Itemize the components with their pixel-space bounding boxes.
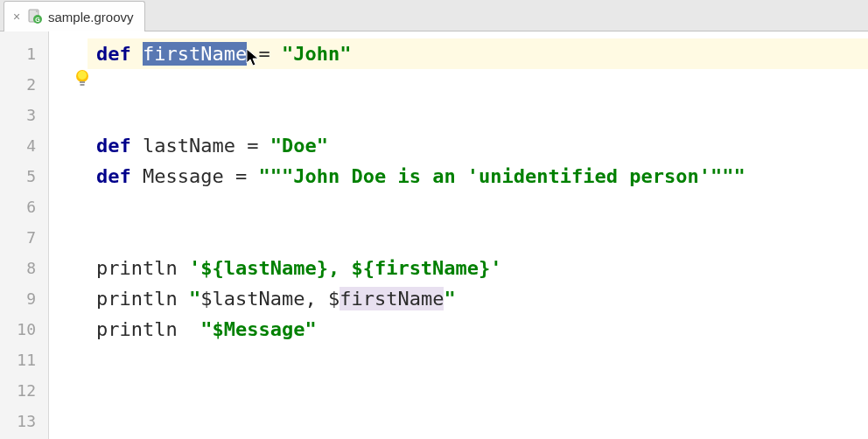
string-quote: ": [444, 288, 455, 310]
code-line[interactable]: println "$Message": [88, 314, 868, 345]
code-line[interactable]: def Message = """John Doe is an 'unident…: [88, 161, 868, 192]
function-call: println: [96, 257, 189, 279]
file-tab[interactable]: × G sample.groovy: [4, 1, 145, 31]
groovy-file-icon: G: [27, 9, 43, 24]
selected-identifier: firstName: [143, 42, 247, 66]
keyword: def: [96, 165, 131, 187]
line-number[interactable]: 11: [0, 345, 48, 375]
keyword: def: [96, 135, 131, 157]
line-number[interactable]: 12: [0, 375, 48, 406]
function-call: println: [96, 288, 189, 310]
code-text: $lastName, $: [200, 288, 340, 310]
line-number[interactable]: 9: [0, 283, 48, 314]
tab-filename: sample.groovy: [48, 10, 134, 24]
line-number[interactable]: 1: [0, 38, 48, 69]
svg-rect-6: [80, 84, 85, 86]
code-line[interactable]: [88, 375, 868, 406]
code-text: Message =: [131, 165, 259, 187]
svg-rect-5: [80, 81, 85, 83]
line-number[interactable]: 5: [0, 161, 48, 192]
string-literal: """John Doe is an 'unidentified person'"…: [258, 165, 745, 187]
string-literal: "John": [282, 43, 351, 65]
tab-bar: × G sample.groovy: [0, 0, 868, 31]
code-line[interactable]: [88, 345, 868, 375]
identifier-usage: firstName: [340, 287, 444, 310]
editor: 1 2 3 4 5 6 7 8 9 10 11 12 13 def firstN…: [0, 31, 868, 439]
gutter: 1 2 3 4 5 6 7 8 9 10 11 12 13: [0, 31, 49, 439]
code-line[interactable]: [88, 100, 868, 130]
string-literal: '${lastName}, ${firstName}': [189, 257, 502, 279]
function-call: println: [96, 318, 200, 340]
string-literal: "$Message": [200, 318, 316, 340]
line-number[interactable]: 6: [0, 192, 48, 222]
line-number[interactable]: 7: [0, 222, 48, 253]
editor-margin: [49, 31, 88, 439]
code-line[interactable]: def firstName = "John": [88, 38, 868, 69]
code-line[interactable]: println "$lastName, $firstName": [88, 283, 868, 314]
svg-point-4: [78, 71, 87, 80]
line-number[interactable]: 10: [0, 314, 48, 345]
code-line[interactable]: println '${lastName}, ${firstName}': [88, 253, 868, 283]
code-text: =: [247, 43, 282, 65]
line-number[interactable]: 8: [0, 253, 48, 283]
string-quote: ": [189, 288, 200, 310]
close-icon[interactable]: ×: [11, 11, 22, 22]
code-line[interactable]: [88, 222, 868, 253]
line-number[interactable]: 4: [0, 130, 48, 161]
code-line[interactable]: [88, 192, 868, 222]
code-area[interactable]: def firstName = "John" def lastName = "D…: [88, 31, 868, 439]
line-number[interactable]: 13: [0, 406, 48, 436]
code-line[interactable]: def lastName = "Doe": [88, 130, 868, 161]
line-number[interactable]: 2: [0, 69, 48, 100]
keyword: def: [96, 43, 131, 65]
string-literal: "Doe": [270, 135, 328, 157]
svg-text:G: G: [35, 17, 40, 23]
code-text: lastName =: [131, 135, 270, 157]
code-line[interactable]: [88, 69, 868, 100]
line-number[interactable]: 3: [0, 100, 48, 130]
